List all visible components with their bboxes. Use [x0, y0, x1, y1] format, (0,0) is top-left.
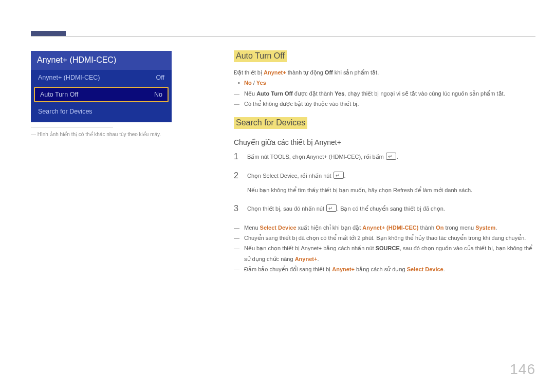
text: thành — [418, 225, 436, 231]
step-2: 2 Chọn Select Device, rồi nhấn nút . Nếu… — [234, 171, 537, 196]
sub-heading-switch-devices: Chuyển giữa các thiết bị Anynet+ — [234, 138, 537, 146]
text: Nếu — [244, 90, 256, 97]
text: Chọn — [247, 173, 263, 179]
search-note-4: Đảm bảo chuyển đổi sang thiết bị Anynet+… — [234, 264, 537, 274]
text: . — [495, 225, 497, 231]
text: . — [344, 173, 346, 179]
header-rule — [31, 36, 535, 36]
auto-turn-off-note-2: Có thể không được bật tùy thuộc vào thiế… — [234, 99, 537, 109]
kw-tools: TOOLS — [270, 154, 289, 160]
text: / — [252, 80, 256, 86]
panel-row-value: Off — [156, 74, 164, 81]
text: thành tự động — [286, 69, 325, 76]
text: trong menu — [443, 225, 475, 231]
panel-row-label: Anynet+ (HDMI-CEC) — [38, 74, 100, 81]
search-note-1: Menu Select Device xuất hiện chỉ khi bạn… — [234, 222, 537, 233]
enter-icon — [386, 153, 396, 160]
kw-on: On — [436, 225, 443, 231]
caption-dash: ― — [31, 132, 36, 137]
kw-select-device: Select Device — [260, 225, 297, 231]
step-number: 1 — [234, 152, 247, 162]
text: Đảm bảo chuyển đổi sang thiết bị — [244, 266, 332, 272]
text: . — [317, 256, 319, 262]
page-number: 146 — [510, 361, 535, 378]
kw-select-device: Select Device — [407, 266, 443, 272]
text: Menu — [244, 225, 260, 231]
text: được đặt thành — [293, 90, 335, 97]
kw-anynet-hdmi-cec: Anynet+ (HDMI-CEC) — [362, 225, 418, 231]
auto-turn-off-intro: Đặt thiết bị Anynet+ thành tự động Off k… — [234, 67, 537, 78]
panel-row-search-devices[interactable]: Search for Devices — [31, 104, 172, 119]
settings-panel: Anynet+ (HDMI-CEC) Anynet+ (HDMI-CEC) Of… — [31, 51, 172, 139]
step-text: Chọn thiết bị, sau đó nhấn nút . Bạn có … — [247, 203, 537, 214]
caption-text: Hình ảnh hiển thị có thể khác nhau tùy t… — [38, 132, 161, 137]
text: Chọn thiết bị, sau đó nhấn nút — [247, 206, 326, 212]
text: xuất hiện chỉ khi bạn đặt — [297, 225, 363, 231]
text: . — [443, 266, 445, 272]
auto-turn-off-note-1: Nếu Auto Turn Off được đặt thành Yes, ch… — [234, 88, 537, 99]
kw-refresh: Refresh — [393, 187, 413, 193]
text: . Bạn có thể chuyển sang thiết bị đã chọ… — [337, 206, 445, 212]
header-tab-accent — [31, 31, 66, 36]
kw-off: Off — [325, 69, 333, 76]
text: , rồi bấm — [361, 154, 385, 160]
kw-auto-turn-off: Auto Turn Off — [256, 90, 293, 97]
enter-icon — [326, 204, 337, 212]
text: Bấm nút — [247, 154, 270, 160]
step-text: Chọn Select Device, rồi nhấn nút . Nếu b… — [247, 171, 537, 196]
panel-row-label: Auto Turn Off — [40, 91, 78, 98]
opt-no: No — [244, 80, 252, 86]
step-3: 3 Chọn thiết bị, sau đó nhấn nút . Bạn c… — [234, 203, 537, 214]
panel-row-anynet[interactable]: Anynet+ (HDMI-CEC) Off — [31, 70, 172, 85]
kw-anynet-hdmi-cec: Anynet+ (HDMI-CEC) — [306, 154, 361, 160]
kw-source: SOURCE — [376, 245, 400, 251]
opt-yes: Yes — [256, 80, 266, 86]
kw-anynet: Anynet+ — [264, 69, 286, 76]
text: Đặt thiết bị — [234, 69, 264, 76]
search-note-3: Nếu bạn chọn thiết bị Anynet+ bằng cách … — [234, 243, 537, 264]
search-note-2: Chuyển sang thiết bị đã chọn có thể mất … — [234, 233, 537, 243]
panel-row-value: No — [154, 91, 162, 98]
panel-caption-divider — [31, 127, 113, 127]
text: để làm mới danh sách. — [413, 187, 473, 193]
kw-select-device: Select Device — [263, 173, 297, 179]
text: khi sản phẩm tắt. — [333, 69, 379, 76]
text: , chọn — [289, 154, 306, 160]
text: , rồi nhấn nút — [298, 173, 333, 179]
panel-row-label: Search for Devices — [38, 108, 92, 115]
auto-turn-off-options: No / Yes — [234, 78, 537, 88]
step-number: 2 — [234, 171, 247, 196]
kw-system: System — [475, 225, 495, 231]
heading-auto-turn-off: Auto Turn Off — [234, 50, 287, 62]
step-number: 3 — [234, 203, 247, 214]
text: Nếu bạn chọn thiết bị Anynet+ bằng cách … — [244, 245, 376, 251]
content-column: Auto Turn Off Đặt thiết bị Anynet+ thành… — [234, 50, 537, 274]
text: . — [397, 154, 398, 160]
panel-title: Anynet+ (HDMI-CEC) — [31, 51, 172, 70]
panel-body: Anynet+ (HDMI-CEC) Off Auto Turn Off No … — [31, 70, 172, 122]
step-1: 1 Bấm nút TOOLS, chọn Anynet+ (HDMI-CEC)… — [234, 152, 537, 162]
kw-anynet: Anynet+ — [332, 266, 355, 272]
text: Nếu bạn không thể tìm thấy thiết bị bạn … — [247, 187, 393, 193]
step-text: Bấm nút TOOLS, chọn Anynet+ (HDMI-CEC), … — [247, 152, 537, 162]
text: Có thể không được bật tùy thuộc vào thiế… — [244, 101, 359, 107]
panel-row-auto-turn-off[interactable]: Auto Turn Off No — [34, 87, 169, 102]
kw-yes: Yes — [335, 90, 344, 97]
panel-caption: ― Hình ảnh hiển thị có thể khác nhau tùy… — [31, 130, 172, 139]
text: , chạy thiết bị ngoại vi sẽ tắt vào cùng… — [344, 90, 505, 97]
enter-icon — [334, 172, 344, 179]
heading-search-for-devices: Search for Devices — [234, 117, 307, 129]
kw-anynet: Anynet+ — [295, 256, 318, 262]
text: Chuyển sang thiết bị đã chọn có thể mất … — [244, 235, 526, 241]
text: bằng cách sử dụng — [355, 266, 407, 272]
